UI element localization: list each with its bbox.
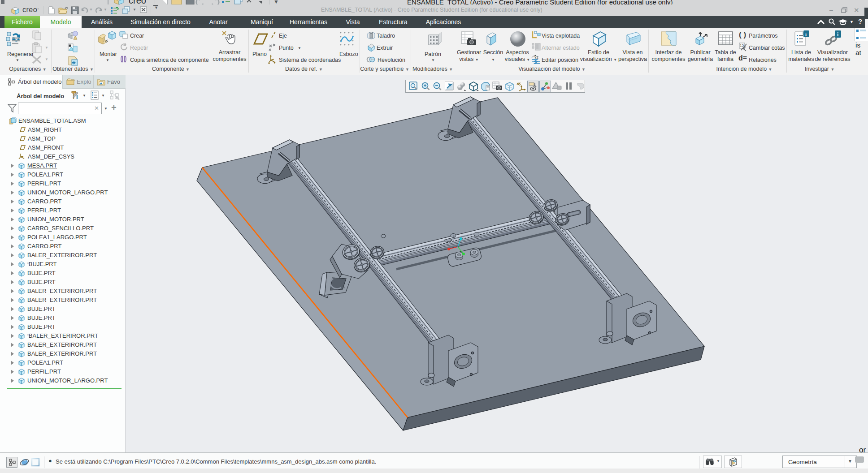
svg-text:15: 15 (740, 43, 744, 47)
svg-text:i: i (805, 31, 807, 37)
